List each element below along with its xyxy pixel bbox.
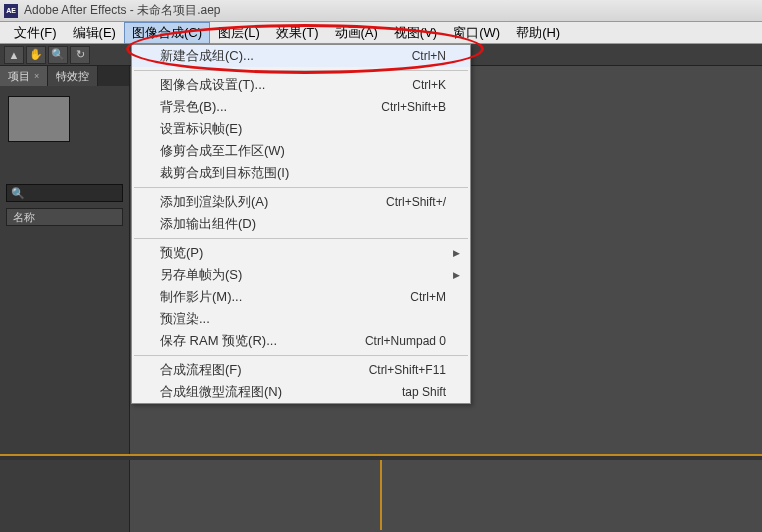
menu-item-0[interactable]: 新建合成组(C)...Ctrl+N bbox=[132, 45, 470, 67]
menu-item-6[interactable]: 裁剪合成到目标范围(I) bbox=[132, 162, 470, 184]
window-title: Adobe After Effects - 未命名项目.aep bbox=[24, 2, 221, 19]
tab-project[interactable]: 项目 × bbox=[0, 66, 48, 86]
column-name-label: 名称 bbox=[13, 210, 35, 225]
menu-item-3[interactable]: 图层(L) bbox=[210, 22, 268, 44]
menu-item-1[interactable]: 编辑(E) bbox=[65, 22, 124, 44]
menu-item-4[interactable]: 效果(T) bbox=[268, 22, 327, 44]
menu-item-shortcut: Ctrl+Numpad 0 bbox=[365, 334, 446, 348]
menu-item-label: 合成组微型流程图(N) bbox=[160, 383, 402, 401]
menu-item-5[interactable]: 动画(A) bbox=[327, 22, 386, 44]
app-icon: AE bbox=[4, 4, 18, 18]
tab-project-label: 项目 bbox=[8, 69, 30, 84]
close-icon[interactable]: × bbox=[34, 71, 39, 81]
menu-item-3[interactable]: 背景色(B)...Ctrl+Shift+B bbox=[132, 96, 470, 118]
tool-button-2[interactable]: 🔍 bbox=[48, 46, 68, 64]
menu-item-shortcut: tap Shift bbox=[402, 385, 446, 399]
menu-item-label: 另存单帧为(S) bbox=[160, 266, 446, 284]
menu-item-17[interactable]: 合成流程图(F)Ctrl+Shift+F11 bbox=[132, 359, 470, 381]
menu-item-label: 修剪合成至工作区(W) bbox=[160, 142, 446, 160]
tool-button-3[interactable]: ↻ bbox=[70, 46, 90, 64]
menu-item-label: 预渲染... bbox=[160, 310, 446, 328]
menu-item-18[interactable]: 合成组微型流程图(N)tap Shift bbox=[132, 381, 470, 403]
menu-item-label: 裁剪合成到目标范围(I) bbox=[160, 164, 446, 182]
menu-item-15[interactable]: 保存 RAM 预览(R)...Ctrl+Numpad 0 bbox=[132, 330, 470, 352]
menu-item-label: 添加到渲染队列(A) bbox=[160, 193, 386, 211]
submenu-arrow-icon: ▶ bbox=[453, 270, 460, 280]
search-icon: 🔍 bbox=[11, 187, 25, 200]
menu-item-label: 合成流程图(F) bbox=[160, 361, 369, 379]
menu-separator bbox=[134, 238, 468, 239]
menu-item-2[interactable]: 图像合成(C) bbox=[124, 22, 210, 44]
menu-item-label: 背景色(B)... bbox=[160, 98, 381, 116]
tab-effects[interactable]: 特效控 bbox=[48, 66, 98, 86]
menu-item-9[interactable]: 添加输出组件(D) bbox=[132, 213, 470, 235]
menu-item-5[interactable]: 修剪合成至工作区(W) bbox=[132, 140, 470, 162]
menu-item-label: 保存 RAM 预览(R)... bbox=[160, 332, 365, 350]
title-bar: AE Adobe After Effects - 未命名项目.aep bbox=[0, 0, 762, 22]
tool-button-1[interactable]: ✋ bbox=[26, 46, 46, 64]
menu-item-label: 图像合成设置(T)... bbox=[160, 76, 412, 94]
menu-separator bbox=[134, 355, 468, 356]
menu-item-label: 添加输出组件(D) bbox=[160, 215, 446, 233]
tool-button-0[interactable]: ▲ bbox=[4, 46, 24, 64]
menu-item-label: 制作影片(M)... bbox=[160, 288, 410, 306]
menu-bar: 文件(F)编辑(E)图像合成(C)图层(L)效果(T)动画(A)视图(V)窗口(… bbox=[0, 22, 762, 44]
menu-separator bbox=[134, 70, 468, 71]
menu-item-shortcut: Ctrl+Shift+F11 bbox=[369, 363, 446, 377]
menu-item-shortcut: Ctrl+Shift+B bbox=[381, 100, 446, 114]
project-thumbnail[interactable] bbox=[8, 96, 70, 142]
menu-separator bbox=[134, 187, 468, 188]
menu-item-7[interactable]: 窗口(W) bbox=[445, 22, 508, 44]
menu-item-12[interactable]: 另存单帧为(S)▶ bbox=[132, 264, 470, 286]
column-header-name[interactable]: 名称 bbox=[6, 208, 123, 226]
menu-item-14[interactable]: 预渲染... bbox=[132, 308, 470, 330]
menu-item-0[interactable]: 文件(F) bbox=[6, 22, 65, 44]
submenu-arrow-icon: ▶ bbox=[453, 248, 460, 258]
menu-item-4[interactable]: 设置标识帧(E) bbox=[132, 118, 470, 140]
menu-item-shortcut: Ctrl+N bbox=[412, 49, 446, 63]
tab-effects-label: 特效控 bbox=[56, 69, 89, 84]
search-row: 🔍 bbox=[6, 184, 123, 202]
menu-item-8[interactable]: 添加到渲染队列(A)Ctrl+Shift+/ bbox=[132, 191, 470, 213]
menu-item-8[interactable]: 帮助(H) bbox=[508, 22, 568, 44]
composition-menu-dropdown: 新建合成组(C)...Ctrl+N图像合成设置(T)...Ctrl+K背景色(B… bbox=[131, 44, 471, 404]
thumbnail-label bbox=[10, 152, 119, 154]
project-panel: 项目 × 特效控 🔍 名称 bbox=[0, 66, 130, 532]
menu-item-shortcut: Ctrl+Shift+/ bbox=[386, 195, 446, 209]
menu-item-6[interactable]: 视图(V) bbox=[386, 22, 445, 44]
timeline-playhead[interactable] bbox=[380, 460, 382, 530]
menu-item-label: 预览(P) bbox=[160, 244, 446, 262]
menu-item-label: 新建合成组(C)... bbox=[160, 47, 412, 65]
menu-item-11[interactable]: 预览(P)▶ bbox=[132, 242, 470, 264]
panel-tabs: 项目 × 特效控 bbox=[0, 66, 129, 86]
menu-item-13[interactable]: 制作影片(M)...Ctrl+M bbox=[132, 286, 470, 308]
menu-item-shortcut: Ctrl+K bbox=[412, 78, 446, 92]
menu-item-shortcut: Ctrl+M bbox=[410, 290, 446, 304]
menu-item-2[interactable]: 图像合成设置(T)...Ctrl+K bbox=[132, 74, 470, 96]
menu-item-label: 设置标识帧(E) bbox=[160, 120, 446, 138]
